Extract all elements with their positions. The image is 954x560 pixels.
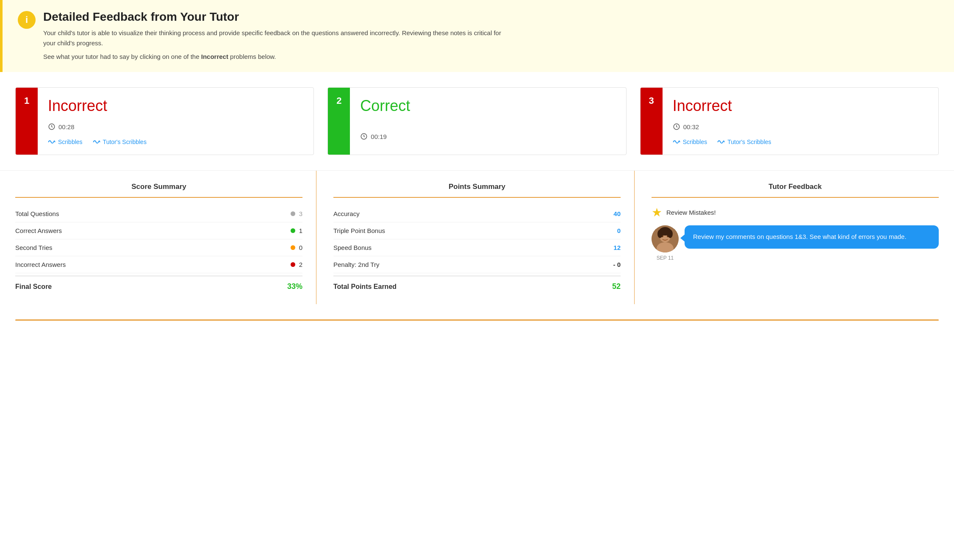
question-card-2[interactable]: 2 Correct 00:19 [327, 87, 626, 155]
pts-row-speed: Speed Bonus 12 [333, 239, 621, 256]
score-value-incorrect: 2 [291, 261, 302, 268]
tutor-avatar [652, 225, 679, 252]
dot-gray [291, 211, 295, 216]
banner-text2-suffix: problems below. [228, 53, 276, 60]
info-banner: i Detailed Feedback from Your Tutor Your… [0, 0, 954, 72]
score-label-incorrect: Incorrect Answers [15, 261, 66, 268]
tutor-avatar-img [652, 225, 679, 252]
pts-label-penalty: Penalty: 2nd Try [333, 261, 379, 268]
pts-row-penalty: Penalty: 2nd Try - 0 [333, 256, 621, 273]
q3-tutor-scribbles-link[interactable]: Tutor's Scribbles [717, 139, 771, 145]
q1-number-bar: 1 [16, 88, 38, 155]
q3-number-bar: 3 [641, 88, 663, 155]
pts-value-speed: 12 [613, 244, 621, 251]
tutor-scribbles-icon-q1 [93, 139, 100, 145]
review-mistakes-row: ★ Review Mistakes! [652, 205, 939, 219]
scribbles-icon-q1 [48, 139, 55, 145]
score-final-value: 33% [287, 282, 302, 291]
score-row-total: Total Questions 3 [15, 205, 302, 222]
banner-text2-bold: Incorrect [201, 53, 228, 60]
star-icon: ★ [652, 205, 662, 219]
banner-text2-prefix: See what your tutor had to say by clicki… [43, 53, 201, 60]
tutor-date: SEP 11 [657, 255, 674, 261]
tutor-info: SEP 11 [652, 225, 679, 261]
clock-icon-q3 [673, 123, 680, 130]
tutor-scribbles-icon-q3 [717, 139, 725, 145]
pts-final-label: Total Points Earned [333, 283, 397, 291]
question-card-3[interactable]: 3 Incorrect 00:32 Scribbles [640, 87, 939, 155]
clock-icon-q2 [360, 133, 368, 140]
score-label-total: Total Questions [15, 210, 59, 217]
q1-time: 00:28 [48, 123, 303, 130]
score-label-second: Second Tries [15, 244, 53, 251]
bottom-divider [15, 319, 939, 321]
points-summary-title: Points Summary [333, 183, 621, 198]
summary-section: Score Summary Total Questions 3 Correct … [0, 170, 954, 319]
dot-green [291, 228, 295, 233]
banner-text-block: Detailed Feedback from Your Tutor Your c… [43, 10, 509, 62]
q1-content: Incorrect 00:28 Scribbles [38, 88, 313, 155]
pts-label-accuracy: Accuracy [333, 210, 360, 217]
tutor-chat-bubble: Review my comments on questions 1&3. See… [685, 225, 939, 249]
q1-tutor-scribbles-link[interactable]: Tutor's Scribbles [93, 139, 147, 145]
pts-value-accuracy: 40 [613, 210, 621, 217]
pts-row-triple: Triple Point Bonus 0 [333, 222, 621, 239]
q1-links: Scribbles Tutor's Scribbles [48, 139, 303, 145]
q3-links: Scribbles Tutor's Scribbles [673, 139, 928, 145]
review-mistakes-label: Review Mistakes! [666, 209, 716, 216]
dot-orange [291, 245, 295, 250]
banner-paragraph2: See what your tutor had to say by clicki… [43, 52, 509, 62]
svg-point-9 [657, 230, 663, 238]
score-value-second: 0 [291, 244, 302, 251]
info-icon: i [18, 11, 36, 29]
q3-status: Incorrect [673, 97, 928, 115]
pts-label-triple: Triple Point Bonus [333, 227, 385, 234]
score-label-correct: Correct Answers [15, 227, 62, 234]
score-value-correct: 1 [291, 227, 302, 234]
score-summary-title: Score Summary [15, 183, 302, 198]
q3-time: 00:32 [673, 123, 928, 130]
scribbles-icon-q3 [673, 139, 680, 145]
score-final-label: Final Score [15, 283, 52, 291]
score-row-second: Second Tries 0 [15, 239, 302, 256]
score-row-correct: Correct Answers 1 [15, 222, 302, 239]
clock-icon-q1 [48, 123, 55, 130]
pts-row-final: Total Points Earned 52 [333, 276, 621, 296]
pts-value-penalty: - 0 [613, 261, 621, 268]
q2-number-bar: 2 [328, 88, 350, 155]
tutor-feedback-col: Tutor Feedback ★ Review Mistakes! [635, 171, 939, 304]
q1-scribbles-link[interactable]: Scribbles [48, 139, 83, 145]
pts-row-accuracy: Accuracy 40 [333, 205, 621, 222]
tutor-message: Review my comments on questions 1&3. See… [693, 233, 907, 240]
banner-paragraph1: Your child's tutor is able to visualize … [43, 28, 509, 48]
questions-row: 1 Incorrect 00:28 Scribbles [0, 72, 954, 167]
dot-red [291, 262, 295, 267]
score-row-final: Final Score 33% [15, 276, 302, 296]
score-value-total: 3 [291, 210, 302, 217]
pts-final-value: 52 [612, 282, 621, 291]
q2-status: Correct [360, 97, 616, 115]
q2-content: Correct 00:19 [350, 88, 626, 155]
q1-status: Incorrect [48, 97, 303, 115]
score-row-incorrect: Incorrect Answers 2 [15, 256, 302, 273]
q3-content: Incorrect 00:32 Scribbles [663, 88, 938, 155]
svg-point-10 [668, 230, 673, 238]
points-summary-col: Points Summary Accuracy 40 Triple Point … [316, 171, 635, 304]
q2-time: 00:19 [360, 133, 616, 140]
q3-scribbles-link[interactable]: Scribbles [673, 139, 707, 145]
pts-label-speed: Speed Bonus [333, 244, 372, 251]
feedback-body: SEP 11 Review my comments on questions 1… [652, 225, 939, 261]
pts-value-triple: 0 [617, 227, 621, 234]
banner-title: Detailed Feedback from Your Tutor [43, 10, 509, 24]
question-card-1[interactable]: 1 Incorrect 00:28 Scribbles [15, 87, 314, 155]
tutor-feedback-title: Tutor Feedback [652, 183, 939, 198]
score-summary-col: Score Summary Total Questions 3 Correct … [15, 171, 316, 304]
